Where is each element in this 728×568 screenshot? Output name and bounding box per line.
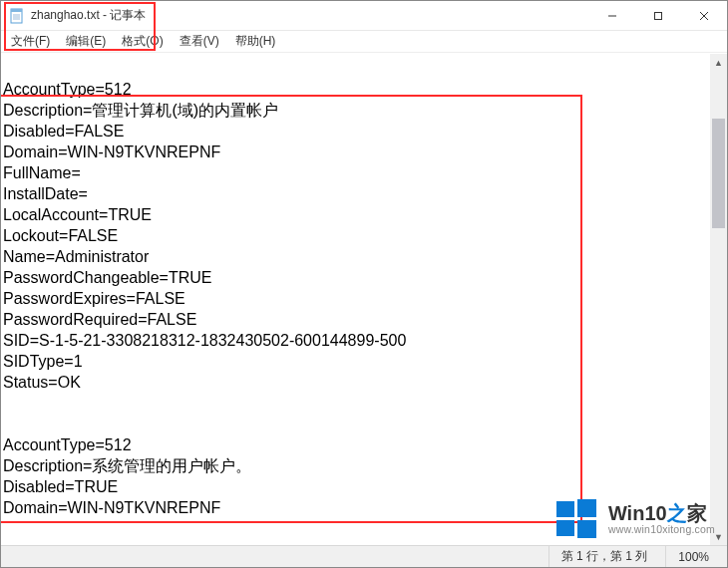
maximize-button[interactable]: [635, 1, 681, 31]
menu-format[interactable]: 格式(O): [114, 31, 171, 52]
menu-help[interactable]: 帮助(H): [227, 31, 284, 52]
scroll-up-button[interactable]: ▲: [710, 54, 727, 71]
vertical-scrollbar[interactable]: ▲ ▼: [710, 54, 727, 545]
text-editor[interactable]: AccountType=512 Description=管理计算机(域)的内置帐…: [1, 54, 710, 545]
minimize-button[interactable]: [589, 1, 635, 31]
status-zoom: 100%: [665, 546, 727, 567]
status-caret-position: 第 1 行，第 1 列: [548, 546, 666, 567]
menubar: 文件(F) 编辑(E) 格式(O) 查看(V) 帮助(H): [1, 31, 727, 53]
svg-rect-1: [11, 9, 22, 12]
scroll-track[interactable]: [710, 71, 727, 528]
menu-edit[interactable]: 编辑(E): [58, 31, 114, 52]
menu-view[interactable]: 查看(V): [172, 31, 227, 52]
client-area: AccountType=512 Description=管理计算机(域)的内置帐…: [1, 54, 727, 545]
titlebar: zhanghao.txt - 记事本: [1, 1, 727, 31]
notepad-icon: [9, 8, 25, 24]
statusbar: 第 1 行，第 1 列 100%: [1, 545, 727, 567]
svg-rect-6: [655, 12, 662, 19]
window-title: zhanghao.txt - 记事本: [31, 7, 146, 24]
scroll-down-button[interactable]: ▼: [710, 528, 727, 545]
scroll-thumb[interactable]: [712, 119, 725, 228]
close-button[interactable]: [681, 1, 727, 31]
menu-file[interactable]: 文件(F): [3, 31, 58, 52]
